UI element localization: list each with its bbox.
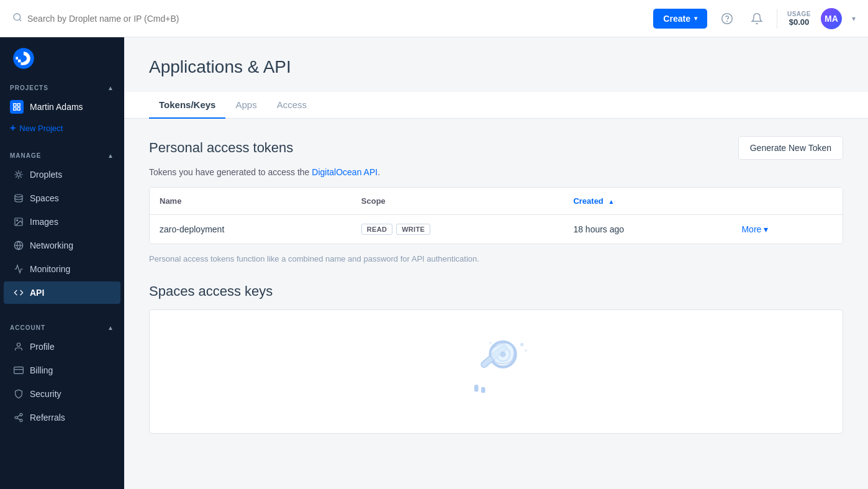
topbar: Create ▾ USAGE $0.00 MA ▾ xyxy=(0,0,868,37)
divider xyxy=(777,9,777,29)
sidebar-item-referrals[interactable]: Referrals xyxy=(4,406,120,429)
search-bar[interactable] xyxy=(12,12,643,24)
token-scope: READ WRITE xyxy=(351,215,564,244)
usage-block: USAGE $0.00 xyxy=(787,11,811,27)
svg-point-31 xyxy=(489,342,492,344)
col-name: Name xyxy=(150,188,351,215)
sidebar-item-profile[interactable]: Profile xyxy=(4,336,120,358)
spaces-card xyxy=(149,309,843,434)
col-created[interactable]: Created ▲ xyxy=(563,188,731,215)
svg-point-19 xyxy=(15,416,17,419)
key-illustration xyxy=(459,334,533,409)
tokens-table: Name Scope Created ▲ zaro-deployment xyxy=(150,188,843,244)
svg-point-9 xyxy=(17,173,20,176)
tab-access[interactable]: Access xyxy=(267,92,317,119)
sidebar-item-images[interactable]: Images xyxy=(4,211,120,233)
sidebar-item-label: Billing xyxy=(30,365,53,375)
svg-point-28 xyxy=(500,352,505,357)
table-header-row: Name Scope Created ▲ xyxy=(150,188,843,215)
generate-new-token-button[interactable]: Generate New Token xyxy=(738,136,843,160)
token-created: 18 hours ago xyxy=(563,215,731,244)
write-badge: WRITE xyxy=(396,224,430,235)
create-button[interactable]: Create ▾ xyxy=(653,9,707,29)
projects-section-header[interactable]: PROJECTS ▲ xyxy=(0,80,124,95)
token-name: zaro-deployment xyxy=(150,215,351,244)
avatar[interactable]: MA xyxy=(821,8,842,29)
scope-badges: READ WRITE xyxy=(361,224,554,235)
sidebar-item-spaces[interactable]: Spaces xyxy=(4,187,120,209)
chevron-down-icon: ▾ xyxy=(694,15,697,22)
svg-line-22 xyxy=(17,415,20,417)
manage-collapse-icon: ▲ xyxy=(107,152,114,159)
tokens-footer-text: Personal access tokens function like a c… xyxy=(149,254,843,263)
digitalocean-api-link[interactable]: DigitalOcean API xyxy=(312,167,377,177)
personal-tokens-title: Personal access tokens xyxy=(149,140,293,156)
usage-value: $0.00 xyxy=(787,17,811,27)
project-name: Martin Adams xyxy=(30,102,83,112)
svg-line-21 xyxy=(17,418,20,420)
sidebar-item-label: API xyxy=(30,288,44,298)
svg-point-18 xyxy=(20,413,22,416)
sidebar-item-security[interactable]: Security xyxy=(4,383,120,405)
svg-point-30 xyxy=(525,349,527,352)
svg-rect-27 xyxy=(481,387,485,393)
tokens-subtitle: Tokens you have generated to access the … xyxy=(149,167,843,177)
sidebar-item-monitoring[interactable]: Monitoring xyxy=(4,258,120,280)
manage-section-header[interactable]: MANAGE ▲ xyxy=(0,147,124,163)
avatar-chevron-icon[interactable]: ▾ xyxy=(852,14,856,23)
sidebar-item-label: Security xyxy=(30,389,61,399)
new-project-button[interactable]: + New Project xyxy=(0,119,124,137)
tab-bar: Tokens/Keys Apps Access xyxy=(124,92,868,119)
token-actions: More ▾ xyxy=(731,215,843,244)
more-button[interactable]: More ▾ xyxy=(741,224,768,234)
svg-point-29 xyxy=(520,343,524,347)
svg-point-12 xyxy=(17,220,18,221)
sidebar-item-droplets[interactable]: Droplets xyxy=(4,163,120,186)
svg-rect-8 xyxy=(14,107,16,110)
page-title: Applications & API xyxy=(149,57,843,77)
svg-point-20 xyxy=(20,419,22,422)
table-row: zaro-deployment READ WRITE 18 hours ago … xyxy=(150,215,843,244)
svg-rect-26 xyxy=(474,385,478,391)
sidebar-item-label: Spaces xyxy=(30,193,59,203)
read-badge: READ xyxy=(361,224,392,235)
plus-icon: + xyxy=(10,122,16,134)
sidebar-project-martin-adams[interactable]: Martin Adams xyxy=(0,95,124,119)
main-content: Applications & API Tokens/Keys Apps Acce… xyxy=(124,37,868,489)
svg-rect-6 xyxy=(17,104,20,106)
svg-point-15 xyxy=(17,343,20,346)
svg-rect-16 xyxy=(14,367,24,374)
sidebar-item-api[interactable]: API xyxy=(4,281,120,304)
bell-icon[interactable] xyxy=(747,9,767,29)
chevron-down-icon: ▾ xyxy=(764,224,768,234)
spaces-section-title: Spaces access keys xyxy=(149,283,843,299)
sidebar-item-label: Droplets xyxy=(30,170,62,180)
projects-collapse-icon: ▲ xyxy=(107,85,114,91)
col-scope: Scope xyxy=(351,188,564,215)
help-icon[interactable] xyxy=(717,9,737,29)
layout: PROJECTS ▲ Martin Adams + New Project MA… xyxy=(0,37,868,489)
sort-icon: ▲ xyxy=(608,198,614,205)
svg-rect-5 xyxy=(14,104,16,106)
sidebar-item-label: Networking xyxy=(30,240,73,250)
tab-apps[interactable]: Apps xyxy=(225,92,266,119)
project-icon xyxy=(10,100,24,114)
topbar-right: Create ▾ USAGE $0.00 MA ▾ xyxy=(653,8,856,29)
account-section-header[interactable]: ACCOUNT ▲ xyxy=(0,319,124,335)
logo[interactable] xyxy=(10,45,37,72)
tokens-table-container: Name Scope Created ▲ zaro-deployment xyxy=(149,187,843,244)
col-actions xyxy=(731,188,843,215)
tab-tokens-keys[interactable]: Tokens/Keys xyxy=(149,92,225,119)
svg-line-1 xyxy=(19,19,21,21)
new-project-label: New Project xyxy=(19,124,63,133)
usage-label: USAGE xyxy=(787,11,811,17)
search-icon xyxy=(12,12,22,24)
sidebar-item-billing[interactable]: Billing xyxy=(4,359,120,382)
sidebar-item-networking[interactable]: Networking xyxy=(4,234,120,257)
sidebar-item-label: Monitoring xyxy=(30,264,70,274)
search-input[interactable] xyxy=(27,14,201,24)
sidebar-item-label: Profile xyxy=(30,342,55,352)
sidebar-item-label: Referrals xyxy=(30,413,65,423)
svg-rect-7 xyxy=(17,107,20,110)
svg-point-2 xyxy=(722,13,733,24)
